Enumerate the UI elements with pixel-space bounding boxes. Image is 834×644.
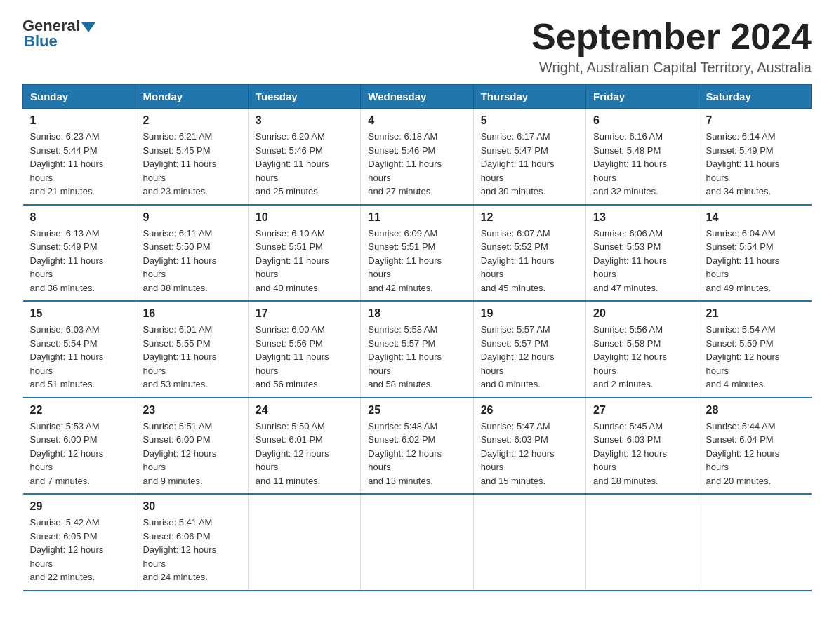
calendar-header-row: Sunday Monday Tuesday Wednesday Thursday… [23,85,812,109]
day-info: Sunrise: 5:56 AMSunset: 5:58 PMDaylight:… [593,323,691,391]
day-info: Sunrise: 5:53 AMSunset: 6:00 PMDaylight:… [30,420,128,488]
table-row: 2Sunrise: 6:21 AMSunset: 5:45 PMDaylight… [135,109,248,205]
table-row [473,494,585,591]
location-subtitle: Wright, Australian Capital Territory, Au… [531,60,812,76]
table-row [361,494,473,591]
day-info: Sunrise: 6:20 AMSunset: 5:46 PMDaylight:… [256,130,353,199]
day-info: Sunrise: 5:42 AMSunset: 6:05 PMDaylight:… [30,516,128,584]
day-number: 30 [143,500,240,513]
day-info: Sunrise: 6:09 AMSunset: 5:51 PMDaylight:… [368,227,465,295]
day-number: 19 [481,307,578,320]
day-number: 17 [256,307,353,320]
day-info: Sunrise: 5:51 AMSunset: 6:00 PMDaylight:… [143,420,240,488]
day-info: Sunrise: 6:04 AMSunset: 5:54 PMDaylight:… [706,227,805,295]
day-number: 10 [256,211,353,224]
table-row: 17Sunrise: 6:00 AMSunset: 5:56 PMDayligh… [248,301,360,398]
day-number: 7 [706,114,805,127]
table-row: 16Sunrise: 6:01 AMSunset: 5:55 PMDayligh… [135,301,248,398]
day-number: 6 [593,114,691,127]
day-info: Sunrise: 6:14 AMSunset: 5:49 PMDaylight:… [706,130,805,199]
table-row [248,494,360,591]
day-info: Sunrise: 6:07 AMSunset: 5:52 PMDaylight:… [481,227,578,295]
table-row: 6Sunrise: 6:16 AMSunset: 5:48 PMDaylight… [586,109,699,205]
day-info: Sunrise: 6:03 AMSunset: 5:54 PMDaylight:… [30,323,128,391]
month-year-title: September 2024 [531,17,812,57]
table-row: 14Sunrise: 6:04 AMSunset: 5:54 PMDayligh… [699,205,811,302]
table-row: 19Sunrise: 5:57 AMSunset: 5:57 PMDayligh… [473,301,585,398]
day-info: Sunrise: 6:00 AMSunset: 5:56 PMDaylight:… [256,323,353,391]
calendar-week-row: 1Sunrise: 6:23 AMSunset: 5:44 PMDaylight… [23,109,812,205]
day-number: 15 [30,307,128,320]
table-row: 10Sunrise: 6:10 AMSunset: 5:51 PMDayligh… [248,205,360,302]
table-row: 20Sunrise: 5:56 AMSunset: 5:58 PMDayligh… [586,301,699,398]
table-row: 18Sunrise: 5:58 AMSunset: 5:57 PMDayligh… [361,301,473,398]
day-number: 28 [706,404,805,417]
calendar-week-row: 22Sunrise: 5:53 AMSunset: 6:00 PMDayligh… [23,398,812,495]
page-header: General Blue September 2024 Wright, Aust… [22,17,812,76]
table-row: 9Sunrise: 6:11 AMSunset: 5:50 PMDaylight… [135,205,248,302]
logo: General Blue [22,17,97,51]
day-number: 16 [143,307,240,320]
day-info: Sunrise: 6:11 AMSunset: 5:50 PMDaylight:… [143,227,240,295]
day-number: 21 [706,307,805,320]
day-info: Sunrise: 5:54 AMSunset: 5:59 PMDaylight:… [706,323,805,391]
col-sunday: Sunday [23,85,135,109]
logo-arrow-icon [81,22,95,32]
calendar-week-row: 15Sunrise: 6:03 AMSunset: 5:54 PMDayligh… [23,301,812,398]
table-row: 29Sunrise: 5:42 AMSunset: 6:05 PMDayligh… [23,494,135,591]
day-number: 26 [481,404,578,417]
day-info: Sunrise: 5:41 AMSunset: 6:06 PMDaylight:… [143,516,240,584]
day-info: Sunrise: 5:57 AMSunset: 5:57 PMDaylight:… [481,323,578,391]
day-number: 18 [368,307,465,320]
day-info: Sunrise: 5:47 AMSunset: 6:03 PMDaylight:… [481,420,578,488]
day-number: 2 [143,114,240,127]
table-row: 12Sunrise: 6:07 AMSunset: 5:52 PMDayligh… [473,205,585,302]
table-row: 28Sunrise: 5:44 AMSunset: 6:04 PMDayligh… [699,398,811,495]
day-info: Sunrise: 5:58 AMSunset: 5:57 PMDaylight:… [368,323,465,391]
logo-blue-text: Blue [24,32,58,51]
table-row: 3Sunrise: 6:20 AMSunset: 5:46 PMDaylight… [248,109,360,205]
day-info: Sunrise: 5:45 AMSunset: 6:03 PMDaylight:… [593,420,691,488]
day-info: Sunrise: 6:23 AMSunset: 5:44 PMDaylight:… [30,130,128,199]
day-number: 13 [593,211,691,224]
col-wednesday: Wednesday [361,85,473,109]
day-number: 22 [30,404,128,417]
table-row: 8Sunrise: 6:13 AMSunset: 5:49 PMDaylight… [23,205,135,302]
day-number: 25 [368,404,465,417]
day-info: Sunrise: 6:16 AMSunset: 5:48 PMDaylight:… [593,130,691,199]
day-number: 20 [593,307,691,320]
day-number: 24 [256,404,353,417]
table-row: 24Sunrise: 5:50 AMSunset: 6:01 PMDayligh… [248,398,360,495]
calendar-week-row: 29Sunrise: 5:42 AMSunset: 6:05 PMDayligh… [23,494,812,591]
table-row: 7Sunrise: 6:14 AMSunset: 5:49 PMDaylight… [699,109,811,205]
table-row: 23Sunrise: 5:51 AMSunset: 6:00 PMDayligh… [135,398,248,495]
calendar-table: Sunday Monday Tuesday Wednesday Thursday… [22,84,812,591]
col-monday: Monday [135,85,248,109]
title-block: September 2024 Wright, Australian Capita… [531,17,812,76]
table-row: 26Sunrise: 5:47 AMSunset: 6:03 PMDayligh… [473,398,585,495]
col-friday: Friday [586,85,699,109]
day-number: 9 [143,211,240,224]
col-thursday: Thursday [473,85,585,109]
col-tuesday: Tuesday [248,85,360,109]
day-number: 4 [368,114,465,127]
day-number: 1 [30,114,128,127]
day-number: 27 [593,404,691,417]
day-number: 11 [368,211,465,224]
day-info: Sunrise: 6:06 AMSunset: 5:53 PMDaylight:… [593,227,691,295]
table-row: 5Sunrise: 6:17 AMSunset: 5:47 PMDaylight… [473,109,585,205]
day-number: 23 [143,404,240,417]
table-row: 25Sunrise: 5:48 AMSunset: 6:02 PMDayligh… [361,398,473,495]
day-info: Sunrise: 5:50 AMSunset: 6:01 PMDaylight:… [256,420,353,488]
day-info: Sunrise: 6:13 AMSunset: 5:49 PMDaylight:… [30,227,128,295]
day-info: Sunrise: 6:21 AMSunset: 5:45 PMDaylight:… [143,130,240,199]
day-number: 8 [30,211,128,224]
table-row: 15Sunrise: 6:03 AMSunset: 5:54 PMDayligh… [23,301,135,398]
day-info: Sunrise: 6:01 AMSunset: 5:55 PMDaylight:… [143,323,240,391]
day-info: Sunrise: 5:44 AMSunset: 6:04 PMDaylight:… [706,420,805,488]
table-row: 21Sunrise: 5:54 AMSunset: 5:59 PMDayligh… [699,301,811,398]
day-number: 3 [256,114,353,127]
table-row [699,494,811,591]
calendar-week-row: 8Sunrise: 6:13 AMSunset: 5:49 PMDaylight… [23,205,812,302]
day-number: 14 [706,211,805,224]
